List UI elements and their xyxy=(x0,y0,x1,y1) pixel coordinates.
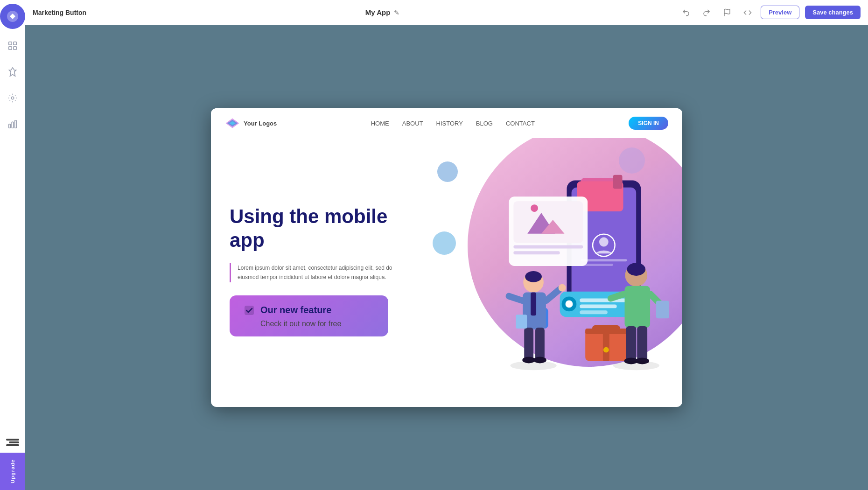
nav-history[interactable]: HISTORY xyxy=(436,120,463,127)
page-title: Marketing Button xyxy=(33,9,86,16)
svg-point-36 xyxy=(565,300,573,308)
preview-frame: Your Logos HOME ABOUT HISTORY BLOG CONTA… xyxy=(211,108,682,407)
svg-rect-56 xyxy=(535,328,545,360)
canvas-area: Your Logos HOME ABOUT HISTORY BLOG CONTA… xyxy=(25,25,868,490)
svg-line-63 xyxy=(610,294,624,299)
svg-rect-67 xyxy=(637,326,647,361)
nav-contact[interactable]: CONTACT xyxy=(506,120,535,127)
topbar: Marketing Button My App ✎ xyxy=(25,0,868,25)
svg-rect-4 xyxy=(13,47,16,49)
svg-rect-65 xyxy=(656,301,669,318)
marketing-button-subtitle: Check it out now for free xyxy=(260,320,375,328)
sidebar: Upgrade xyxy=(0,0,25,490)
topbar-actions: Preview Save changes xyxy=(679,5,861,20)
website-nav: Your Logos HOME ABOUT HISTORY BLOG CONTA… xyxy=(211,108,682,138)
svg-rect-66 xyxy=(626,326,636,361)
svg-point-5 xyxy=(11,97,14,99)
redo-button[interactable] xyxy=(699,5,714,20)
svg-point-47 xyxy=(603,347,609,353)
svg-rect-32 xyxy=(513,245,583,248)
app-name: My App xyxy=(365,8,391,16)
svg-rect-33 xyxy=(513,251,560,254)
sign-in-button[interactable]: SIGN IN xyxy=(629,117,668,130)
svg-rect-2 xyxy=(13,42,16,45)
marketing-button-title: Our new feature xyxy=(243,304,375,317)
hero-body-border: Lorem ipsum dolor sit amet, consectetur … xyxy=(230,263,409,282)
hero-title: Using the mobile app xyxy=(230,205,409,252)
nav-about[interactable]: ABOUT xyxy=(402,120,423,127)
marketing-button[interactable]: Our new feature Check it out now for fre… xyxy=(230,295,388,336)
sidebar-item-pin[interactable] xyxy=(3,63,22,81)
hero-right xyxy=(423,138,683,403)
svg-rect-1 xyxy=(8,42,11,45)
svg-point-70 xyxy=(510,361,556,370)
upgrade-button[interactable]: Upgrade xyxy=(0,453,25,490)
sidebar-item-grid[interactable] xyxy=(3,36,22,55)
svg-rect-51 xyxy=(531,293,536,316)
undo-button[interactable] xyxy=(679,5,693,20)
logo-icon xyxy=(225,118,240,129)
nav-links: HOME ABOUT HISTORY BLOG CONTACT xyxy=(371,120,535,127)
svg-point-31 xyxy=(531,204,538,212)
sidebar-item-chart[interactable] xyxy=(3,115,22,133)
svg-rect-46 xyxy=(602,329,609,361)
sidebar-item-settings[interactable] xyxy=(3,89,22,107)
preview-button[interactable]: Preview xyxy=(761,6,799,19)
svg-rect-7 xyxy=(12,122,14,128)
svg-rect-62 xyxy=(624,286,650,328)
svg-point-49 xyxy=(525,271,542,282)
svg-rect-10 xyxy=(9,441,19,443)
svg-rect-25 xyxy=(581,259,627,261)
svg-rect-38 xyxy=(580,304,616,308)
svg-point-54 xyxy=(558,284,566,292)
svg-rect-28 xyxy=(513,201,583,243)
code-button[interactable] xyxy=(740,5,755,20)
svg-rect-3 xyxy=(8,47,11,49)
edit-app-name-icon[interactable]: ✎ xyxy=(394,9,399,16)
nav-home[interactable]: HOME xyxy=(371,120,389,127)
app-logo[interactable] xyxy=(0,4,25,29)
website-logo: Your Logos xyxy=(225,118,277,129)
topbar-center: My App ✎ xyxy=(92,8,673,16)
nav-blog[interactable]: BLOG xyxy=(476,120,493,127)
hero-section: Using the mobile app Lorem ipsum dolor s… xyxy=(211,138,682,403)
save-button[interactable]: Save changes xyxy=(805,6,861,19)
svg-point-61 xyxy=(627,263,645,276)
svg-point-24 xyxy=(599,238,608,247)
svg-rect-59 xyxy=(516,315,527,329)
svg-line-52 xyxy=(509,296,523,301)
main-area: Marketing Button My App ✎ xyxy=(25,0,868,490)
check-icon xyxy=(243,304,256,317)
svg-rect-9 xyxy=(6,439,19,441)
bottom-icon xyxy=(6,439,19,448)
svg-point-71 xyxy=(613,361,659,370)
svg-rect-22 xyxy=(613,175,622,189)
logo-text: Your Logos xyxy=(244,120,277,127)
hero-illustration xyxy=(423,138,683,403)
svg-line-53 xyxy=(546,289,560,301)
svg-rect-6 xyxy=(8,124,10,128)
svg-rect-8 xyxy=(14,120,16,128)
flag-button[interactable] xyxy=(720,5,735,20)
svg-rect-39 xyxy=(580,310,608,314)
svg-rect-11 xyxy=(6,444,19,446)
svg-rect-55 xyxy=(524,328,533,360)
hero-body-text: Lorem ipsum dolor sit amet, consectetur … xyxy=(238,263,409,282)
hero-left: Using the mobile app Lorem ipsum dolor s… xyxy=(211,138,423,403)
